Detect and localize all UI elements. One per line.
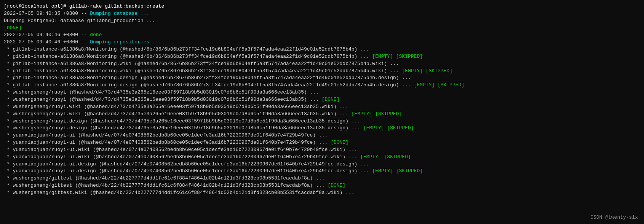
line-suffix: [DONE] [328, 183, 345, 188]
line-text: * wushengsheng/gittest (@hashed/4b/22/4b… [4, 183, 328, 188]
line-text: * gitlab-instance-a61386a8/Monitoring.de… [4, 82, 414, 88]
watermark: CSDN @twenty-six [590, 214, 638, 220]
line-suffix: [EMPTY] [SKIPPED] [352, 111, 402, 117]
terminal-line: Dumping PostgreSQL database gitlabhq_pro… [4, 17, 640, 25]
line-suffix: [EMPTY] [SKIPPED] [414, 82, 465, 88]
line-text: * yuanxiaojuan/ruoyi-ui (@hashed/4e/07/4… [4, 140, 331, 145]
line-suffix: [EMPTY] [SKIPPED] [363, 125, 414, 131]
terminal-line: [DONE] [4, 25, 640, 32]
line-text: * yuanxiaojuan/ruoyi-ui.wiki (@hashed/4e… [4, 154, 360, 160]
line-suffix: [DONE] [331, 140, 348, 145]
line-text: * wushengsheng/ruoyi.wiki (@hashed/d4/73… [4, 111, 352, 117]
terminal-line: * wushengsheng/ruoyi.wiki (@hashed/d4/73… [4, 111, 640, 118]
terminal-line: * wushengsheng/ruoyi.wiki (@hashed/d4/73… [4, 103, 640, 111]
line-suffix: [EMPTY] [SKIPPED] [372, 168, 423, 174]
terminal-line: * yuanxiaojuan/ruoyi-ui (@hashed/4e/07/4… [4, 132, 640, 139]
terminal-line: 2022-07-05 09:40:46 +0800 -- done [4, 32, 640, 39]
terminal-line: * wushengsheng/ruoyi (@hashed/d4/73/d473… [4, 89, 640, 96]
line-suffix: [EMPTY] [SKIPPED] [372, 54, 423, 59]
line-suffix: Dumping database ... [90, 11, 149, 16]
line-text: * wushengsheng/ruoyi (@hashed/d4/73/d473… [4, 97, 322, 102]
terminal-line: * yuanxiaojuan/ruoyi-ui (@hashed/4e/07/4… [4, 139, 640, 146]
terminal-line: * yuanxiaojuan/ruoyi-ui.wiki (@hashed/4e… [4, 154, 640, 161]
terminal-line: * wushengsheng/ruoyi.design (@hashed/d4/… [4, 118, 640, 125]
terminal-line: * gitlab-instance-a61386a8/Monitoring (@… [4, 53, 640, 60]
line-text: * wushengsheng/ruoyi.design (@hashed/d4/… [4, 125, 363, 131]
line-suffix: [DONE] [322, 97, 340, 102]
terminal-line: * gitlab-instance-a61386a8/Monitoring.de… [4, 82, 640, 89]
terminal-line: * wushengsheng/gittest.wiki (@hashed/4b/… [4, 189, 640, 197]
line-suffix: [EMPTY] [SKIPPED] [360, 154, 411, 160]
line-text: * gitlab-instance-a61386a8/Monitoring (@… [4, 54, 372, 59]
terminal-line: * gitlab-instance-a61386a8/Monitoring.wi… [4, 60, 640, 68]
line-text: 2022-07-05 09:40:35 +0800 -- [4, 11, 90, 16]
line-suffix: Dumping repositories ... [90, 39, 161, 45]
line-suffix: done [90, 32, 102, 38]
terminal-line: * wushengsheng/ruoyi (@hashed/d4/73/d473… [4, 96, 640, 103]
line-suffix: [EMPTY] [SKIPPED] [402, 68, 452, 74]
terminal-line: * yuanxiaojuan/ruoyi-ui.design (@hashed/… [4, 161, 640, 168]
line-text: * gitlab-instance-a61386a8/Monitoring.wi… [4, 68, 402, 74]
line-text: 2022-07-05 09:40:46 +0800 -- [4, 39, 90, 45]
terminal-line: * yuanxiaojuan/ruoyi-ui.design (@hashed/… [4, 168, 640, 175]
terminal-line: 2022-07-05 09:40:35 +0800 -- Dumping dat… [4, 10, 640, 17]
terminal-line: * wushengsheng/ruoyi.design (@hashed/d4/… [4, 125, 640, 132]
terminal-line: * yuanxiaojuan/ruoyi-ui.wiki (@hashed/4e… [4, 146, 640, 154]
line-text: 2022-07-05 09:40:46 +0800 -- [4, 32, 90, 38]
terminal-line: * gitlab-instance-a61386a8/Monitoring (@… [4, 46, 640, 53]
terminal-line: * wushengsheng/gittest (@hashed/4b/22/4b… [4, 182, 640, 189]
terminal-line: [root@localhost opt]# gitlab-rake gitlab… [4, 3, 640, 10]
terminal-line: * gitlab-instance-a61386a8/Monitoring.de… [4, 75, 640, 82]
terminal-line: * wushengsheng/gittest (@hashed/4b/22/4b… [4, 175, 640, 182]
terminal-window: [root@localhost opt]# gitlab-rake gitlab… [0, 0, 644, 224]
terminal-content: [root@localhost opt]# gitlab-rake gitlab… [4, 3, 640, 197]
terminal-line: 2022-07-05 09:40:46 +0800 -- Dumping rep… [4, 39, 640, 46]
line-text: * yuanxiaojuan/ruoyi-ui.design (@hashed/… [4, 168, 372, 174]
terminal-line: * gitlab-instance-a61386a8/Monitoring.wi… [4, 68, 640, 75]
